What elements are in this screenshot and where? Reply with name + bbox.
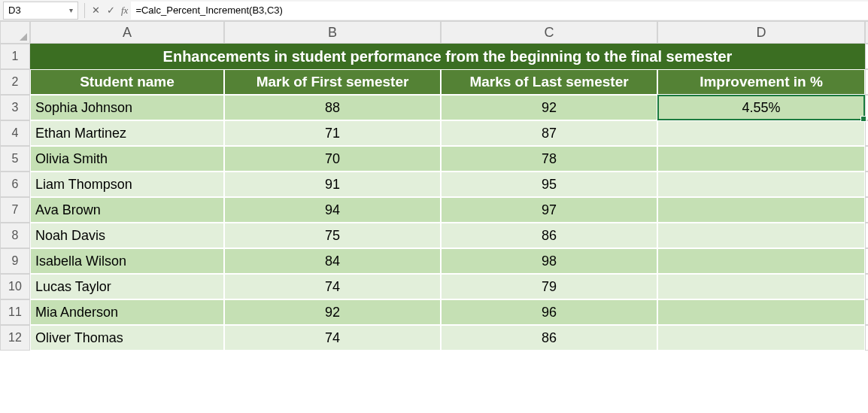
cell-first-mark[interactable]: 92 [224,299,441,325]
cell-improvement[interactable] [657,248,865,274]
cell-empty[interactable] [865,197,868,223]
row-head-9[interactable]: 9 [0,248,30,274]
cell-empty[interactable] [865,274,868,299]
cell-empty[interactable] [865,248,868,274]
cell-last-mark[interactable]: 86 [441,325,657,351]
cell-first-mark[interactable]: 94 [224,197,441,223]
cell-first-mark[interactable]: 74 [224,325,441,351]
cell-last-mark[interactable]: 96 [441,299,657,325]
col-head-e[interactable] [865,21,868,44]
cell-empty[interactable] [865,120,868,146]
row-head-4[interactable]: 4 [0,120,30,146]
cell-student-name[interactable]: Oliver Thomas [30,325,224,351]
row-head-6[interactable]: 6 [0,172,30,197]
row-head-7[interactable]: 7 [0,197,30,223]
confirm-icon[interactable]: ✓ [103,3,118,18]
cell-last-mark[interactable]: 98 [441,248,657,274]
cell-e2[interactable] [865,69,868,95]
cell-improvement[interactable] [657,325,865,351]
cell-last-mark[interactable]: 95 [441,172,657,197]
cell-student-name[interactable]: Sophia Johnson [30,95,224,120]
header-first[interactable]: Mark of First semester [224,69,441,95]
cell-student-name[interactable]: Mia Anderson [30,299,224,325]
header-last[interactable]: Marks of Last semester [441,69,657,95]
cell-empty[interactable] [865,172,868,197]
row-head-10[interactable]: 10 [0,274,30,299]
cell-improvement[interactable] [657,299,865,325]
cell-student-name[interactable]: Olivia Smith [30,146,224,172]
row-head-12[interactable]: 12 [0,325,30,351]
cell-first-mark[interactable]: 70 [224,146,441,172]
divider [84,3,85,18]
row-head-5[interactable]: 5 [0,146,30,172]
cell-last-mark[interactable]: 86 [441,223,657,248]
cell-first-mark[interactable]: 88 [224,95,441,120]
cell-empty[interactable] [865,223,868,248]
cancel-icon[interactable]: ✕ [88,3,103,18]
cell-student-name[interactable]: Ethan Martinez [30,120,224,146]
col-head-d[interactable]: D [657,21,865,44]
cell-first-mark[interactable]: 75 [224,223,441,248]
cell-empty[interactable] [865,325,868,351]
title-cell[interactable]: Enhancements in student performance from… [30,44,865,69]
cell-improvement[interactable] [657,120,865,146]
cell-e1[interactable] [865,44,868,69]
row-head-1[interactable]: 1 [0,44,30,69]
row-head-3[interactable]: 3 [0,95,30,120]
name-box[interactable]: D3 ▾ [3,2,78,20]
cell-empty[interactable] [865,146,868,172]
cell-last-mark[interactable]: 79 [441,274,657,299]
cell-last-mark[interactable]: 78 [441,146,657,172]
col-head-c[interactable]: C [441,21,657,44]
select-all-corner[interactable] [0,21,30,44]
formula-bar: D3 ▾ ✕ ✓ fx =Calc_Percent_Increment(B3,C… [0,0,868,21]
col-head-a[interactable]: A [30,21,224,44]
fx-icon[interactable]: fx [121,5,128,17]
formula-value: =Calc_Percent_Increment(B3,C3) [135,5,282,16]
cell-student-name[interactable]: Isabella Wilson [30,248,224,274]
cell-first-mark[interactable]: 74 [224,274,441,299]
cell-last-mark[interactable]: 87 [441,120,657,146]
cell-student-name[interactable]: Liam Thompson [30,172,224,197]
cell-improvement[interactable] [657,146,865,172]
cell-first-mark[interactable]: 71 [224,120,441,146]
cell-student-name[interactable]: Ava Brown [30,197,224,223]
cell-improvement[interactable] [657,223,865,248]
col-head-b[interactable]: B [224,21,441,44]
cell-first-mark[interactable]: 84 [224,248,441,274]
name-box-value: D3 [8,5,21,16]
cell-improvement[interactable] [657,197,865,223]
cell-last-mark[interactable]: 92 [441,95,657,120]
row-head-8[interactable]: 8 [0,223,30,248]
cell-first-mark[interactable]: 91 [224,172,441,197]
cell-improvement[interactable] [657,274,865,299]
cell-improvement[interactable] [657,172,865,197]
cell-empty[interactable] [865,299,868,325]
cell-last-mark[interactable]: 97 [441,197,657,223]
header-name[interactable]: Student name [30,69,224,95]
formula-input[interactable]: =Calc_Percent_Increment(B3,C3) [131,2,868,20]
row-head-2[interactable]: 2 [0,69,30,95]
row-head-11[interactable]: 11 [0,299,30,325]
cell-improvement[interactable]: 4.55% [657,95,865,120]
spreadsheet-grid: A B C D 1 Enhancements in student perfor… [0,21,868,351]
chevron-down-icon[interactable]: ▾ [69,6,73,14]
cell-student-name[interactable]: Lucas Taylor [30,274,224,299]
header-improve[interactable]: Improvement in % [657,69,865,95]
cell-student-name[interactable]: Noah Davis [30,223,224,248]
